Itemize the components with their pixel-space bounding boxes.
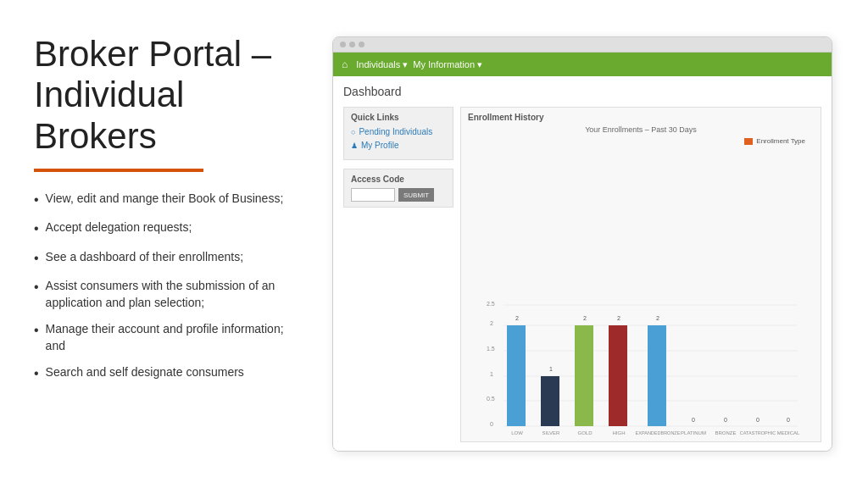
bullet-item-4: Assist consumers with the submission of …	[34, 278, 288, 311]
nav-item-my-info[interactable]: My Information ▾	[413, 59, 482, 70]
dashboard-title: Dashboard	[343, 85, 821, 98]
chart-container: Your Enrollments – Past 30 Days Enrollme…	[468, 125, 814, 436]
submit-button[interactable]: SUBMIT	[398, 188, 434, 202]
svg-text:1.5: 1.5	[487, 346, 495, 352]
page-title: Broker Portal – Individual Brokers	[34, 34, 288, 157]
svg-text:0: 0	[692, 417, 695, 423]
bullet-item-6: Search and self designate consumers	[34, 364, 288, 383]
svg-rect-22	[541, 376, 559, 426]
svg-text:2: 2	[583, 315, 587, 321]
svg-text:2: 2	[490, 320, 493, 326]
legend-color-box	[744, 138, 753, 145]
svg-text:0: 0	[490, 421, 493, 427]
svg-text:2: 2	[515, 315, 519, 321]
svg-text:MEDICAL: MEDICAL	[777, 430, 800, 435]
quick-links-box: Quick Links ○ Pending Individuals ♟ My P…	[343, 107, 453, 160]
browser-window: ⌂ Individuals ▾ My Information ▾ Dashboa…	[332, 36, 832, 452]
pending-individuals-link[interactable]: ○ Pending Individuals	[351, 127, 446, 136]
svg-text:SILVER: SILVER	[542, 430, 561, 435]
svg-text:EXPANDEDBRONZE: EXPANDEDBRONZE	[636, 430, 681, 435]
bullet-item-5: Manage their account and profile informa…	[34, 321, 288, 354]
svg-rect-25	[648, 325, 666, 426]
dashboard-area: Dashboard Quick Links ○ Pending Individu…	[333, 76, 832, 451]
svg-text:2: 2	[617, 315, 620, 321]
svg-text:2.5: 2.5	[487, 301, 495, 307]
svg-text:1: 1	[490, 371, 493, 377]
chart-subtitle: Your Enrollments – Past 30 Days	[468, 125, 814, 134]
browser-dot-2	[349, 42, 355, 47]
profile-icon: ♟	[351, 141, 358, 150]
home-icon[interactable]: ⌂	[342, 58, 348, 70]
pending-icon: ○	[351, 128, 355, 136]
nav-bar: ⌂ Individuals ▾ My Information ▾	[333, 53, 832, 76]
browser-content: ⌂ Individuals ▾ My Information ▾ Dashboa…	[333, 53, 832, 451]
browser-dot-3	[359, 42, 364, 47]
browser-dot-1	[340, 42, 346, 47]
bullet-item-1: View, edit and mange their Book of Busin…	[34, 191, 288, 209]
svg-rect-24	[609, 325, 627, 426]
svg-text:BRONZE: BRONZE	[715, 430, 736, 435]
enrollment-history-panel: Enrollment History Your Enrollments – Pa…	[460, 107, 821, 442]
left-panel: Broker Portal – Individual Brokers View,…	[0, 0, 314, 488]
access-code-input[interactable]	[351, 188, 395, 202]
nav-item-individuals[interactable]: Individuals ▾	[356, 59, 408, 70]
accent-divider	[34, 169, 203, 172]
svg-text:0: 0	[724, 417, 727, 423]
svg-text:HIGH: HIGH	[613, 430, 626, 435]
svg-text:GOLD: GOLD	[577, 430, 593, 435]
right-panel: ⌂ Individuals ▾ My Information ▾ Dashboa…	[314, 0, 868, 488]
legend-label: Enrollment Type	[756, 137, 805, 145]
dashboard-columns: Quick Links ○ Pending Individuals ♟ My P…	[343, 107, 821, 442]
svg-text:0.5: 0.5	[487, 396, 495, 402]
svg-text:2: 2	[656, 315, 659, 321]
enrollment-chart: 0 0.5 1 1.5 2 2.5	[468, 301, 814, 436]
svg-text:1: 1	[549, 366, 553, 372]
browser-topbar	[333, 37, 832, 53]
chart-area: 0 0.5 1 1.5 2 2.5	[468, 148, 814, 436]
feature-list: View, edit and mange their Book of Busin…	[34, 191, 288, 394]
svg-text:PLATINUM: PLATINUM	[681, 430, 706, 435]
bullet-item-3: See a dashboard of their enrollments;	[34, 249, 288, 268]
left-column: Quick Links ○ Pending Individuals ♟ My P…	[343, 107, 453, 442]
my-profile-link[interactable]: ♟ My Profile	[351, 141, 446, 150]
chart-legend: Enrollment Type	[468, 137, 814, 145]
svg-text:CATASTROPHIC: CATASTROPHIC	[740, 430, 776, 435]
svg-text:0: 0	[756, 417, 760, 423]
bullet-item-2: Accept delegation requests;	[34, 219, 288, 238]
quick-links-title: Quick Links	[351, 113, 446, 122]
svg-text:LOW: LOW	[511, 430, 523, 435]
svg-text:0: 0	[787, 417, 790, 423]
access-code-box: Access Code SUBMIT	[343, 169, 453, 208]
svg-rect-21	[507, 325, 526, 426]
access-code-row: SUBMIT	[351, 188, 446, 202]
enrollment-history-title: Enrollment History	[468, 113, 814, 122]
svg-rect-23	[575, 325, 593, 426]
access-code-title: Access Code	[351, 175, 446, 184]
